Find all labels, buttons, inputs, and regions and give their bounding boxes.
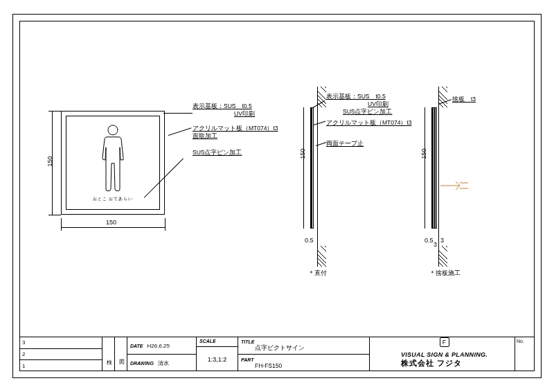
company-name: 株式会社 フジタ	[401, 358, 488, 368]
ext-line	[61, 218, 62, 231]
callout-line: SUS点字ピン加工	[343, 108, 392, 115]
title-label: TITLE	[241, 339, 254, 344]
svg-point-0	[108, 125, 118, 135]
scale-label: SCALE	[197, 337, 238, 347]
date-value: H26.6.25	[148, 343, 170, 349]
section-backing-plate	[431, 90, 437, 242]
company-cell: F VISUAL SIGN & PLANNING. 株式会社 フジタ	[370, 337, 515, 371]
wall-hatch-icon	[439, 246, 447, 267]
anchor-arrow-icon	[440, 180, 468, 194]
draw-cell: 図	[115, 337, 127, 371]
rev-row: 2	[19, 349, 102, 361]
no-label: No.	[517, 339, 524, 344]
dim-sec-height: 150	[420, 148, 427, 159]
section-backing	[435, 107, 437, 229]
caption-direct: ＊直付	[308, 269, 327, 278]
dim-line	[425, 107, 425, 229]
dim-t05b: 0.5	[425, 237, 434, 244]
section-direct-mount	[310, 90, 316, 242]
dim-line	[61, 227, 165, 228]
section-plate-thick	[312, 107, 314, 229]
check-cell: 検	[102, 337, 115, 371]
sec-callout-backing: 捨板 t3	[452, 96, 476, 103]
callout-line: 表示基板：SUS t0.5	[193, 103, 252, 109]
dim-t3a: 3	[434, 241, 437, 248]
leader-line	[168, 127, 192, 136]
company-tagline: VISUAL SIGN & PLANNING.	[401, 351, 488, 358]
callout-substrate: 表示基板：SUS t0.5 UV印刷	[193, 103, 255, 118]
callout-line: 表示基板：SUS t0.5	[326, 93, 386, 100]
wall-line	[438, 87, 439, 267]
wall-hatch-icon	[318, 246, 326, 267]
ext-line	[48, 215, 61, 215]
dim-width: 150	[106, 219, 116, 226]
callout-line: UV印刷	[368, 100, 388, 107]
drawing-row: DRAWING 清水	[127, 355, 196, 371]
sec-callout-substrate: 表示基板：SUS t0.5 UV印刷 SUS点字ピン加工	[326, 93, 392, 116]
callout-line: UV印刷	[234, 110, 255, 117]
date-row: DATE H26.6.25	[127, 337, 196, 355]
dim-t3b: 3	[440, 237, 444, 244]
callout-acrylic: アクリルマット板（MT074）t3 面取加工	[193, 125, 278, 140]
dim-line	[303, 107, 304, 229]
drawing-value: 清水	[158, 359, 169, 367]
dim-height: 150	[46, 156, 53, 166]
man-pictogram-icon	[97, 123, 129, 195]
caption-backing: ＊捨板施工	[429, 269, 461, 278]
callout-line: 面取加工	[193, 132, 217, 139]
ext-line	[165, 218, 166, 231]
title-row: TITLE 点字ピクトサイン	[238, 337, 369, 355]
callout-braille-pin: SUS点字ピン加工	[193, 149, 242, 157]
drawing-sheet: おとこ おてあらい 150 150 表示基板：SUS t0.5 UV印刷 アクリ…	[0, 0, 554, 392]
drawing-label: DRAWING	[130, 361, 154, 366]
scale-column: SCALE 1:3,1:2	[197, 337, 238, 371]
part-label: PART	[241, 357, 253, 362]
part-value: FH-FS150	[255, 362, 282, 369]
wall-hatch-icon	[439, 87, 447, 107]
sec-callout-tape: 両面テープ止	[326, 140, 364, 148]
part-row: PART FH-FS150	[238, 355, 369, 371]
dim-t05: 0.5	[305, 237, 314, 244]
scale-value: 1:3,1:2	[197, 347, 238, 371]
revision-column: 3 2 1	[19, 337, 102, 371]
dim-sec-height: 150	[299, 148, 306, 159]
callout-line: アクリルマット板（MT074）t3	[193, 125, 278, 132]
drawing-area: おとこ おてあらい 150 150 表示基板：SUS t0.5 UV印刷 アクリ…	[19, 21, 535, 337]
title-value: 点字ピクトサイン	[255, 344, 305, 353]
front-view-plate: おとこ おてあらい	[61, 111, 165, 215]
title-part-column: TITLE 点字ピクトサイン PART FH-FS150	[238, 337, 370, 371]
title-block: 3 2 1 検 図 DATE H26.6.25 DRAWING 清水 SCALE…	[19, 337, 535, 371]
ext-line	[48, 111, 61, 112]
leader-line	[163, 113, 193, 114]
date-label: DATE	[130, 344, 143, 348]
wall-line	[317, 87, 318, 267]
date-drawing-column: DATE H26.6.25 DRAWING 清水	[127, 337, 197, 371]
sec-callout-acrylic: アクリルマット板（MT074）t3	[326, 119, 412, 127]
rev-row: 3	[19, 337, 102, 349]
braille-text: おとこ おてあらい	[93, 196, 134, 202]
rev-row: 1	[19, 360, 102, 371]
drawing-number-cell: No.	[515, 337, 535, 371]
company-logo-icon: F	[440, 337, 449, 347]
